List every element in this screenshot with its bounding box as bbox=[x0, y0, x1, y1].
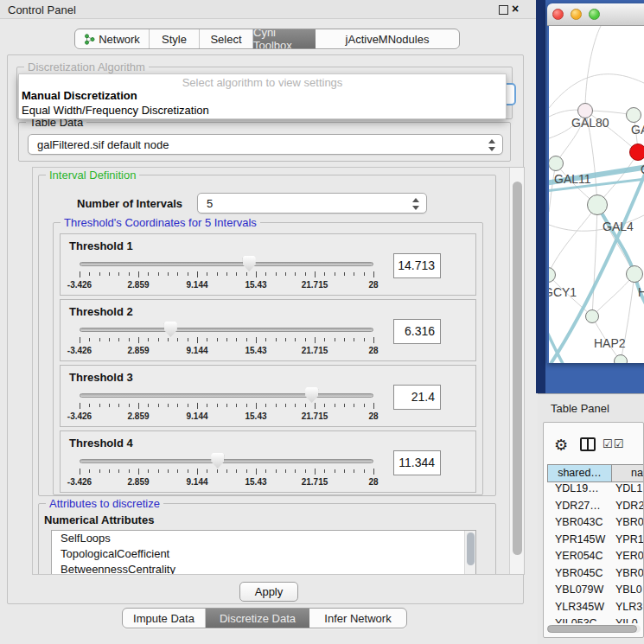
network-node-c[interactable] bbox=[629, 143, 644, 161]
slider-thumb[interactable] bbox=[243, 256, 256, 271]
slider-tick bbox=[80, 403, 80, 409]
attributes-list-scrollbar[interactable] bbox=[464, 531, 475, 575]
slider-tick-label: 15.43 bbox=[230, 280, 282, 290]
attribute-list-item[interactable]: TopologicalCoefficient bbox=[52, 546, 475, 562]
threshold-label: Threshold 2 bbox=[69, 305, 133, 318]
cell-shared-name: YDL19… bbox=[547, 482, 612, 500]
tab-discretize-data[interactable]: Discretize Data bbox=[206, 609, 309, 628]
discretization-algorithm-label: Discretization Algorithm bbox=[24, 61, 149, 73]
close-icon[interactable]: × bbox=[512, 2, 519, 16]
table-row[interactable]: YIL053CYIL0 bbox=[547, 617, 644, 623]
slider-tick-label: 9.144 bbox=[171, 477, 223, 487]
slider-tick bbox=[256, 469, 257, 475]
slider-tick bbox=[80, 271, 80, 277]
tab-impute-data[interactable]: Impute Data bbox=[123, 609, 206, 628]
threshold-value-field[interactable]: 6.316 bbox=[393, 319, 441, 344]
slider-tick-label: -3.426 bbox=[54, 477, 105, 487]
table-header-row: shared… na bbox=[547, 464, 644, 482]
network-node-ga[interactable] bbox=[626, 107, 641, 123]
minimize-window-icon[interactable] bbox=[571, 9, 582, 20]
table-row[interactable]: YPR145WYPR1 bbox=[547, 533, 644, 551]
network-node-hap2[interactable] bbox=[585, 309, 599, 323]
tab-style[interactable]: Style bbox=[150, 29, 200, 48]
tab-cyni-toolbox[interactable]: Cyni Toolbox bbox=[253, 29, 316, 48]
slider-track[interactable] bbox=[80, 262, 373, 266]
slider-tick bbox=[285, 469, 286, 473]
slider-tick bbox=[256, 271, 257, 277]
threshold-value-field[interactable]: 14.713 bbox=[393, 253, 441, 278]
algorithm-option-manual[interactable]: Manual Discretization bbox=[22, 89, 137, 102]
column-header-shared-name[interactable]: shared… bbox=[547, 464, 612, 482]
cell-name: YBL0 bbox=[612, 583, 644, 601]
slider-thumb[interactable] bbox=[164, 322, 177, 337]
table-row[interactable]: YLR345WYLR3 bbox=[547, 601, 644, 618]
slider-tick bbox=[315, 271, 316, 277]
slider-tick bbox=[118, 272, 119, 276]
table-horizontal-scrollbar[interactable] bbox=[547, 625, 641, 633]
cell-name: YPR1 bbox=[612, 533, 644, 551]
slider-tick bbox=[138, 337, 139, 343]
slider-tick bbox=[315, 469, 316, 475]
slider-tick bbox=[80, 337, 80, 343]
network-canvas[interactable]: GAL80GACGAL11GAL4GCY1HHAP2 bbox=[549, 26, 644, 363]
table-row[interactable]: YER054CYER0 bbox=[547, 550, 644, 567]
slider-track[interactable] bbox=[80, 459, 373, 463]
algorithm-prompt-option[interactable]: Select algorithm to view settings bbox=[19, 76, 506, 89]
zoom-window-icon[interactable] bbox=[589, 9, 600, 20]
control-panel-titlebar: Control Panel × bbox=[0, 0, 538, 19]
threshold-value-field[interactable]: 21.4 bbox=[393, 385, 441, 410]
gear-icon[interactable]: ⚙ bbox=[554, 436, 568, 455]
algorithm-option-equal-width[interactable]: Equal Width/Frequency Discretization bbox=[22, 104, 209, 117]
apply-button[interactable]: Apply bbox=[239, 582, 298, 602]
close-window-icon[interactable] bbox=[552, 9, 564, 20]
slider-tick bbox=[295, 404, 296, 407]
slider-track[interactable] bbox=[80, 393, 373, 398]
cell-name: YDL1 bbox=[612, 482, 644, 500]
network-view-window[interactable]: GAL80GACGAL11GAL4GCY1HHAP2 bbox=[547, 3, 644, 363]
attribute-list-item[interactable]: BetweennessCentrality bbox=[52, 562, 475, 575]
numerical-attributes-list[interactable]: SelfLoopsTopologicalCoefficientBetweenne… bbox=[51, 530, 476, 575]
table-row[interactable]: YBR043CYBR0 bbox=[547, 516, 644, 533]
tab-jactivemnodules[interactable]: jActiveMNodules bbox=[316, 29, 459, 48]
network-node-gal4[interactable] bbox=[587, 194, 608, 215]
columns-icon[interactable] bbox=[580, 437, 596, 451]
network-node-label: GAL80 bbox=[571, 116, 609, 130]
table-row[interactable]: YBL079WYBL0 bbox=[547, 583, 644, 601]
slider-tick-label: 9.144 bbox=[171, 346, 223, 355]
slider-thumb[interactable] bbox=[211, 453, 224, 469]
slider-tick bbox=[373, 271, 374, 277]
table-row[interactable]: YDL19…YDL1 bbox=[547, 482, 644, 500]
table-data-combobox[interactable]: galFiltered.sif default node bbox=[28, 134, 503, 155]
threshold-panel-3: Threshold 3-3.4262.8599.14415.4321.71528… bbox=[60, 365, 476, 427]
slider-tick bbox=[138, 469, 139, 475]
select-columns-checkbox-icons[interactable]: ☑☑ bbox=[603, 437, 624, 450]
slider-tick bbox=[324, 272, 325, 276]
table-row[interactable]: YBR045CYBR0 bbox=[547, 567, 644, 584]
slider-tick bbox=[364, 272, 365, 276]
table-row[interactable]: YDR27…YDR2 bbox=[547, 500, 644, 517]
interval-definition-label: Interval Definition bbox=[46, 169, 139, 182]
slider-thumb[interactable] bbox=[305, 387, 318, 403]
network-node-h[interactable] bbox=[626, 265, 643, 283]
column-header-name[interactable]: na bbox=[612, 464, 644, 482]
slider-tick bbox=[197, 469, 198, 475]
slider-tick bbox=[188, 338, 188, 341]
slider-tick bbox=[246, 404, 247, 407]
tab-infer-network[interactable]: Infer Network bbox=[309, 609, 406, 628]
attribute-list-item[interactable]: SelfLoops bbox=[52, 531, 475, 546]
threshold-label: Threshold 4 bbox=[69, 437, 133, 450]
slider-tick bbox=[364, 404, 365, 407]
interval-definition-group: Interval Definition Number of Intervals … bbox=[38, 175, 496, 496]
slider-track[interactable] bbox=[80, 328, 373, 332]
slider-tick bbox=[305, 469, 306, 473]
slider-tick bbox=[324, 404, 325, 407]
number-of-intervals-combobox[interactable]: 5 bbox=[197, 193, 427, 214]
threshold-value-field[interactable]: 11.344 bbox=[393, 450, 441, 475]
float-window-icon[interactable] bbox=[499, 5, 508, 15]
slider-tick bbox=[305, 404, 306, 407]
threshold-panel-4: Threshold 4-3.4262.8599.14415.4321.71528… bbox=[60, 430, 476, 493]
tab-network[interactable]: Network bbox=[75, 29, 150, 48]
network-node[interactable] bbox=[614, 354, 628, 363]
vertical-scrollbar[interactable] bbox=[509, 168, 524, 574]
tab-select[interactable]: Select bbox=[200, 29, 253, 48]
